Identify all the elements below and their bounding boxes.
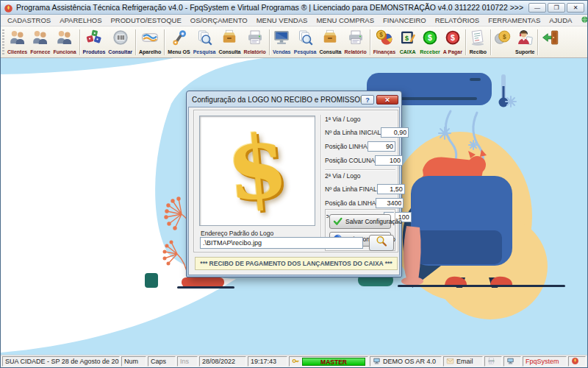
- toolbar-button-relatorio[interactable]: Relatório: [242, 27, 267, 57]
- menu-item-menu-compras[interactable]: MENU COMPRAS: [312, 15, 379, 25]
- toolbar-separator: [135, 29, 136, 55]
- toolbar-button-produtos[interactable]: Produtos: [82, 27, 107, 57]
- check-icon: [333, 216, 343, 227]
- monitor-icon: [273, 29, 290, 49]
- dialog-close-button[interactable]: ✕: [376, 95, 398, 105]
- field-input-posicao-linha[interactable]: [368, 141, 395, 152]
- logo-path-input[interactable]: [200, 237, 363, 249]
- menu-item-os-orcamento[interactable]: OS/ORÇAMENTO: [186, 15, 252, 25]
- menu-item-relatorios[interactable]: RELATÓRIOS: [431, 15, 484, 25]
- toolbar-button-label: Receber: [420, 49, 440, 54]
- svg-text:$: $: [428, 33, 432, 42]
- key-icon: [292, 357, 300, 367]
- toolbar-button-consulta[interactable]: Consulta: [217, 27, 242, 57]
- finance-icon: $: [376, 29, 393, 49]
- status-panel-19-17-43: 19:17:43: [248, 356, 287, 367]
- dialog-titlebar[interactable]: Configuração da LOGO NO RECIBO e PROMISS…: [188, 93, 400, 107]
- dialog-body: $ 1ª Via / LogoNº da Linha INICIALPosiçã…: [188, 107, 400, 275]
- field-row-posicao-da-linha: Posição da LINHA: [325, 196, 395, 210]
- menu-item-label: PRODUTO/ESTOQUE: [111, 16, 182, 24]
- dialog-footer-banner: *** RECIBO DE PAGAMENTO DOS LANÇAMENTOS …: [195, 257, 398, 270]
- toolbar-button-label: Produtos: [83, 49, 106, 54]
- window-titlebar: Programa Assistência Técnica Refrigeraçã…: [1, 1, 587, 15]
- toolbar-button-aparelho[interactable]: Aparelho: [137, 27, 162, 57]
- status-text: DEMO OS AR 4.0: [383, 358, 436, 365]
- toolbar-button-pesquisa[interactable]: Pesquisa: [293, 27, 318, 57]
- menu-item-e-mail[interactable]: E-MAIL: [576, 15, 588, 26]
- field-input-posicao-da-linha[interactable]: [376, 198, 404, 208]
- field-label-posicao-coluna: Posição COLUNA: [325, 157, 375, 164]
- menu-item-financeiro[interactable]: FINANCEIRO: [379, 15, 431, 25]
- menu-item-produto-estoque[interactable]: PRODUTO/ESTOQUE: [107, 15, 186, 25]
- tools-icon: [171, 29, 188, 49]
- status-panel-printer-icon: [484, 356, 502, 367]
- field-input-posicao-coluna[interactable]: [375, 155, 403, 166]
- status-panel-fpqsystem: FpqSystem: [523, 356, 567, 367]
- toolbar-button-coins-icon[interactable]: $: [492, 27, 514, 57]
- maximize-button[interactable]: ❐: [548, 3, 565, 13]
- menu-item-ferramentas[interactable]: FERRAMENTAS: [484, 15, 545, 25]
- toolbar-button-a-pagar[interactable]: $A Pagar: [442, 27, 464, 57]
- status-panel-pc-icon: [503, 356, 521, 367]
- position-fields: 1ª Via / LogoNº da Linha INICIALPosição …: [325, 114, 395, 224]
- toolbar-button-consulta[interactable]: Consulta: [318, 27, 343, 57]
- svg-text:$: $: [503, 34, 506, 40]
- toolbar-button-caixa[interactable]: $CAIXA: [397, 27, 418, 57]
- toolbar-button-label: Fornece: [30, 49, 50, 54]
- menu-item-menu-vendas[interactable]: MENU VENDAS: [252, 15, 312, 25]
- toolbar-button-financas[interactable]: $Finanças: [372, 27, 397, 57]
- window-title: Programa Assistência Técnica Refrigeraçã…: [16, 3, 527, 12]
- dialog-help-button[interactable]: ?: [361, 95, 374, 105]
- toolbar-button-menu-os[interactable]: Menu OS: [166, 27, 191, 57]
- toolbar-button-relatorio[interactable]: Relatório: [343, 27, 368, 57]
- dialog-title: Configuração da LOGO NO RECIBO e PROMISS…: [192, 96, 361, 104]
- toolbar-button-recibo[interactable]: Recibo: [467, 27, 489, 57]
- status-badge-master: MASTER: [302, 358, 365, 366]
- toolbar-separator: [370, 29, 370, 55]
- status-text: 28/08/2022: [202, 358, 235, 365]
- status-panel-flame-logo-icon: [568, 356, 586, 367]
- toolbar-button-pesquisa[interactable]: Pesquisa: [192, 27, 218, 57]
- toolbar-button-label: Consulta: [319, 49, 341, 54]
- field-row-posicao-coluna: Posição COLUNA: [325, 153, 395, 167]
- status-panel-demo-os-ar-4-0: DEMO OS AR 4.0: [370, 356, 442, 367]
- dialog-main-panel: $ 1ª Via / LogoNº da Linha INICIALPosiçã…: [193, 110, 398, 252]
- salvar-configuracao-button[interactable]: Salvar Configuração: [329, 214, 391, 229]
- toolbar-grip[interactable]: [2, 29, 4, 54]
- toolbar-button-vendas[interactable]: Vendas: [271, 27, 293, 57]
- toolbar-separator: [465, 29, 466, 55]
- envelope-icon: [446, 357, 454, 367]
- status-text: Num: [124, 358, 138, 365]
- field-row-n-da-linha-final: Nº da Linha FINAL: [325, 182, 395, 196]
- pc-icon: [373, 357, 381, 367]
- menu-item-cadastros[interactable]: CADASTROS: [3, 15, 55, 25]
- menu-item-aparelhos[interactable]: APARELHOS: [55, 15, 106, 25]
- close-button[interactable]: ✕: [567, 3, 584, 13]
- svg-text:$: $: [379, 32, 383, 38]
- printer-icon: [246, 29, 264, 49]
- people-icon: [32, 29, 49, 49]
- menu-item-label: FINANCEIRO: [383, 16, 426, 24]
- toolbar-button-exit-door-icon[interactable]: [539, 27, 561, 57]
- toolbar-button-label: Vendas: [273, 49, 291, 54]
- toolbar-button-consultar[interactable]: Consultar: [107, 27, 134, 57]
- menu-item-ajuda[interactable]: AJUDA: [545, 15, 576, 25]
- field-input-n-da-linha-final[interactable]: [377, 184, 405, 194]
- browse-logo-button[interactable]: [369, 235, 394, 251]
- toolbar-separator: [164, 29, 165, 55]
- status-panel-ins: Ins: [177, 356, 198, 367]
- toolbar-button-funciona[interactable]: Funciona: [51, 27, 77, 57]
- toolbar-button-fornece[interactable]: Fornece: [29, 27, 51, 57]
- flame-logo-icon: [571, 357, 579, 367]
- toolbar-button-suporte[interactable]: Suporte: [514, 27, 536, 57]
- drawer-icon: [220, 29, 238, 49]
- toolbar-button-receber[interactable]: $Receber: [418, 27, 442, 57]
- toolbar-button-clientes[interactable]: Clientes: [6, 27, 29, 57]
- field-row-posicao-linha: Posição LINHA: [325, 139, 395, 153]
- svg-text:$: $: [451, 33, 455, 42]
- field-input-n-da-linha-inicial[interactable]: [381, 127, 409, 138]
- minimize-button[interactable]: —: [528, 3, 546, 13]
- exit-door-icon: [542, 29, 559, 49]
- status-text: Caps: [151, 358, 166, 365]
- cashbook-icon: $: [399, 29, 417, 49]
